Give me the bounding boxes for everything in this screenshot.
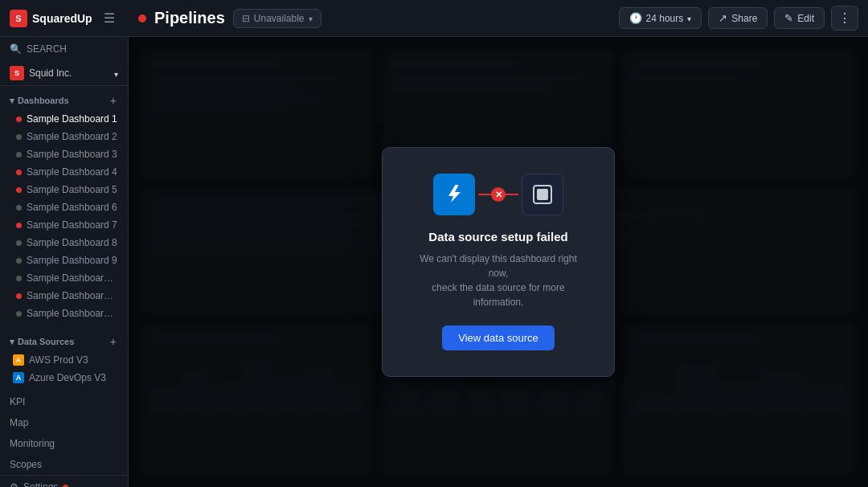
dashboard-1-dot (16, 117, 22, 122)
topbar-left: S SquaredUp ☰ (10, 7, 138, 29)
dashboard-2[interactable]: Sample Dashboard 2 (0, 128, 128, 145)
kpi-label: KPI (10, 396, 25, 407)
time-chevron (687, 13, 691, 24)
dashboard-12-dot (16, 311, 22, 317)
dashboard-4-dot (16, 170, 22, 175)
dashboard-3-dot (16, 152, 22, 158)
nav-map[interactable]: Map (0, 412, 128, 433)
share-button[interactable]: ↗ Share (708, 7, 768, 29)
scopes-label: Scopes (10, 459, 42, 470)
dashboard-7-label: Sample Dashboard 7 (27, 219, 117, 231)
dashboard-5-dot (16, 187, 22, 193)
more-button[interactable]: ⋮ (831, 6, 858, 31)
edit-button[interactable]: ✎ Edit (774, 7, 825, 29)
modal-desc-line2: check the data source for more informati… (432, 282, 564, 308)
dashboard-8-label: Sample Dashboard 8 (27, 237, 117, 248)
search-icon: 🔍 (10, 43, 22, 55)
dashboard-3-label: Sample Dashboard 3 (27, 149, 117, 160)
dashboard-1-label: Sample Dashboard 1 (27, 113, 117, 125)
logo[interactable]: S SquaredUp (10, 10, 92, 27)
dashboard-10-dot (16, 276, 22, 281)
error-icon: ✕ (491, 187, 506, 202)
dashboard-12-label: Sample Dashboard 12 (27, 308, 118, 319)
datasource-azure[interactable]: A Azure DevOps V3 (0, 369, 128, 387)
dashboards-section: ▾ Dashboards + Sample Dashboard 1 Sample… (0, 86, 128, 327)
dashboard-11[interactable]: Sample Dashboard 11 (0, 287, 128, 305)
dashboard-4[interactable]: Sample Dashboard 4 (0, 163, 128, 181)
org-name: Squid Inc. (29, 68, 72, 79)
unavailable-badge[interactable]: ⊟ Unavailable (233, 9, 321, 28)
datasource-azure-label: Azure DevOps V3 (29, 372, 106, 383)
dashboard-7-dot (16, 223, 22, 228)
dashboard-9[interactable]: Sample Dashboard 9 (0, 252, 128, 269)
dashboard-1[interactable]: Sample Dashboard 1 (0, 110, 128, 128)
nav-section: KPI Map Monitoring Scopes (0, 391, 128, 475)
dashboards-header[interactable]: ▾ Dashboards + (0, 91, 128, 110)
dashboard-11-dot (16, 293, 22, 299)
page-title: Pipelines (154, 9, 225, 27)
topbar: S SquaredUp ☰ Pipelines ⊟ Unavailable 🕐 … (0, 0, 868, 37)
org-chevron (114, 68, 118, 80)
dashboards-label: Dashboards (18, 96, 69, 105)
time-range-button[interactable]: 🕐 24 hours (619, 7, 702, 29)
dashboard-5-label: Sample Dashboard 5 (27, 184, 117, 195)
dashboard-6-label: Sample Dashboard 6 (27, 202, 117, 213)
dashboard-11-label: Sample Dashboard 11 (27, 290, 118, 301)
dashboard-10-label: Sample Dashboard 10 (27, 272, 118, 284)
clock-icon: 🕐 (629, 12, 642, 24)
settings-label: Settings (23, 481, 58, 487)
monitoring-label: Monitoring (10, 438, 55, 449)
topbar-actions: 🕐 24 hours ↗ Share ✎ Edit ⋮ (619, 6, 858, 31)
unavailable-label: Unavailable (254, 13, 305, 24)
dashboard-3[interactable]: Sample Dashboard 3 (0, 145, 128, 163)
data-sources-header[interactable]: ▾ Data Sources + (0, 332, 128, 351)
datasource-aws[interactable]: A AWS Prod V3 (0, 351, 128, 369)
dashboard-2-dot (16, 134, 22, 140)
settings-icon: ⚙ (10, 481, 18, 487)
dashboard-6[interactable]: Sample Dashboard 6 (0, 198, 128, 216)
menu-icon[interactable]: ☰ (100, 7, 118, 29)
data-sources-section: ▾ Data Sources + A AWS Prod V3 A Azure D… (0, 327, 128, 391)
logo-text: SquaredUp (32, 12, 92, 25)
squaredup-target-icon (522, 174, 563, 215)
edit-icon: ✎ (784, 12, 793, 24)
nav-kpi[interactable]: KPI (0, 391, 128, 412)
view-data-source-button[interactable]: View data source (442, 325, 555, 350)
logo-icon: S (10, 10, 27, 27)
sidebar: 🔍 SEARCH S Squid Inc. ▾ Dashboards + Sam… (0, 37, 129, 487)
dashboard-7[interactable]: Sample Dashboard 7 (0, 216, 128, 234)
dashboard-9-label: Sample Dashboard 9 (27, 255, 117, 266)
dashboard-5[interactable]: Sample Dashboard 5 (0, 181, 128, 198)
share-icon: ↗ (719, 12, 727, 24)
content-area: ✕ Data source setup failed We can't disp… (129, 37, 868, 487)
main-layout: 🔍 SEARCH S Squid Inc. ▾ Dashboards + Sam… (0, 37, 868, 487)
settings-item[interactable]: ⚙ Settings (0, 476, 128, 487)
org-left: S Squid Inc. (10, 66, 72, 80)
nav-monitoring[interactable]: Monitoring (0, 433, 128, 454)
add-datasource-button[interactable]: + (108, 335, 118, 348)
azure-icon: A (13, 372, 24, 383)
datasource-aws-label: AWS Prod V3 (29, 354, 88, 366)
org-selector[interactable]: S Squid Inc. (0, 61, 128, 86)
dashboard-8[interactable]: Sample Dashboard 8 (0, 234, 128, 252)
page-status-dot (138, 14, 146, 23)
search-bar[interactable]: 🔍 SEARCH (0, 37, 128, 61)
page-title-area: Pipelines ⊟ Unavailable (138, 9, 619, 28)
map-label: Map (10, 417, 28, 428)
add-dashboard-button[interactable]: + (108, 94, 118, 107)
dashboard-9-dot (16, 258, 22, 264)
dashboard-10[interactable]: Sample Dashboard 10 (0, 269, 128, 287)
unavailable-chevron (309, 13, 313, 24)
connector: ✕ (478, 194, 518, 195)
azure-source-icon (433, 174, 475, 215)
modal-overlay: ✕ Data source setup failed We can't disp… (129, 37, 868, 487)
dashboard-12[interactable]: Sample Dashboard 12 (0, 305, 128, 322)
nav-scopes[interactable]: Scopes (0, 454, 128, 475)
modal-desc-line1: We can't display this dashboard right no… (420, 253, 577, 279)
time-range-label: 24 hours (646, 13, 684, 24)
dashboard-8-dot (16, 240, 22, 246)
org-icon: S (10, 66, 24, 80)
chevron-dashboards: ▾ (10, 96, 14, 106)
modal-title: Data source setup failed (428, 230, 567, 244)
dashboard-6-dot (16, 205, 22, 211)
